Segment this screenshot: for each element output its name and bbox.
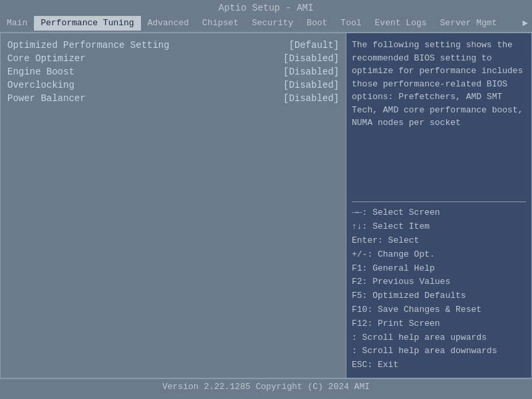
setting-label-0: Optimized Performance Setting bbox=[7, 40, 170, 51]
key-help-line-6: F5: Optimized Defaults bbox=[352, 289, 526, 303]
right-panel: The following setting shows the recommen… bbox=[346, 33, 531, 378]
setting-value-3: [Disabled] bbox=[283, 80, 339, 90]
setting-label-2: Engine Boost bbox=[7, 66, 74, 77]
setting-value-4: [Disabled] bbox=[283, 93, 339, 104]
menu-arrow: ► bbox=[519, 16, 532, 31]
setting-row-2[interactable]: Engine Boost[Disabled] bbox=[3, 65, 343, 78]
app-title: Aptio Setup - AMI bbox=[219, 3, 314, 13]
menu-item-advanced[interactable]: Advanced bbox=[141, 16, 196, 31]
menu-item-server-mgmt[interactable]: Server Mgmt bbox=[434, 16, 504, 31]
setting-row-0[interactable]: Optimized Performance Setting[Default] bbox=[3, 39, 343, 52]
menu-bar: MainPerformance TuningAdvancedChipsetSec… bbox=[0, 15, 532, 33]
setting-label-1: Core Optimizer bbox=[7, 53, 86, 64]
key-help: →←: Select Screen↑↓: Select ItemEnter: S… bbox=[352, 206, 526, 372]
menu-item-performance-tuning[interactable]: Performance Tuning bbox=[34, 16, 140, 31]
left-panel: Optimized Performance Setting[Default]Co… bbox=[1, 33, 346, 378]
footer-text: Version 2.22.1285 Copyright (C) 2024 AMI bbox=[162, 382, 370, 392]
menu-item-tool[interactable]: Tool bbox=[334, 16, 368, 31]
key-help-line-10: : Scroll help area downwards bbox=[352, 344, 526, 358]
key-help-line-11: ESC: Exit bbox=[352, 358, 526, 372]
key-help-line-4: F1: General Help bbox=[352, 262, 526, 276]
footer: Version 2.22.1285 Copyright (C) 2024 AMI bbox=[0, 378, 532, 397]
setting-row-1[interactable]: Core Optimizer[Disabled] bbox=[3, 52, 343, 65]
menu-item-event-logs[interactable]: Event Logs bbox=[368, 16, 434, 31]
title-bar: Aptio Setup - AMI bbox=[0, 0, 532, 15]
setting-label-3: Overclocking bbox=[7, 80, 74, 90]
setting-row-4[interactable]: Power Balancer[Disabled] bbox=[3, 92, 343, 105]
setting-value-0: [Default] bbox=[289, 40, 339, 51]
menu-item-chipset[interactable]: Chipset bbox=[196, 16, 245, 31]
key-help-line-5: F2: Previous Values bbox=[352, 275, 526, 289]
menu-item-security[interactable]: Security bbox=[245, 16, 300, 31]
menu-item-boot[interactable]: Boot bbox=[300, 16, 334, 31]
setting-value-1: [Disabled] bbox=[283, 53, 339, 64]
setting-value-2: [Disabled] bbox=[283, 66, 339, 77]
key-help-line-7: F10: Save Changes & Reset bbox=[352, 303, 526, 317]
key-help-line-9: : Scroll help area upwards bbox=[352, 331, 526, 345]
key-help-line-0: →←: Select Screen bbox=[352, 206, 526, 220]
key-help-line-8: F12: Print Screen bbox=[352, 317, 526, 331]
setting-label-4: Power Balancer bbox=[7, 93, 86, 104]
key-help-line-2: Enter: Select bbox=[352, 234, 526, 248]
main-content: Optimized Performance Setting[Default]Co… bbox=[0, 33, 532, 378]
key-help-line-1: ↑↓: Select Item bbox=[352, 220, 526, 234]
setting-row-3[interactable]: Overclocking[Disabled] bbox=[3, 78, 343, 92]
help-text: The following setting shows the recommen… bbox=[352, 39, 526, 202]
key-help-line-3: +/-: Change Opt. bbox=[352, 248, 526, 262]
menu-item-main[interactable]: Main bbox=[0, 16, 34, 31]
